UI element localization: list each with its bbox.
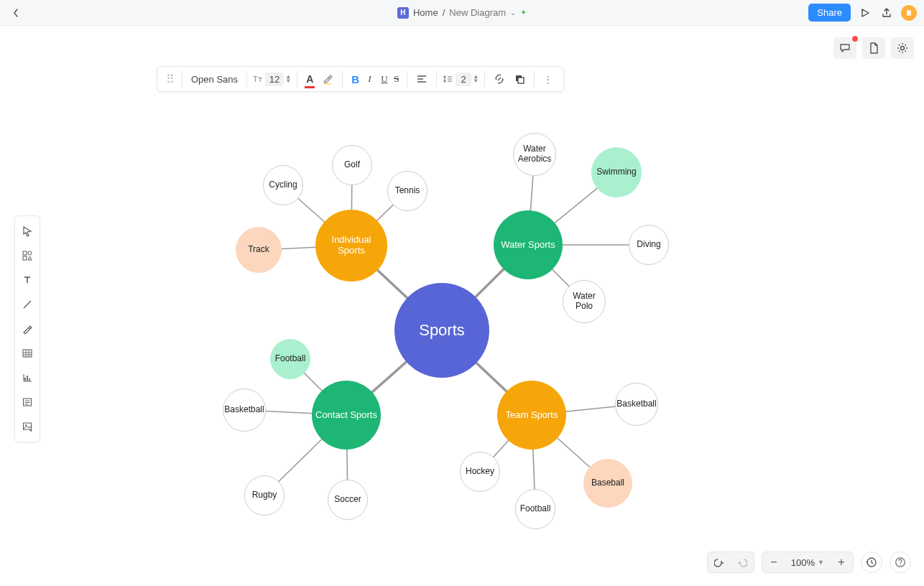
mindmap-node[interactable]: Soccer — [328, 480, 368, 520]
mindmap-node[interactable]: Individual Sports — [315, 210, 387, 282]
svg-point-34 — [900, 564, 901, 566]
zoom-group: − 100%▼ + — [762, 552, 854, 573]
breadcrumb-separator: / — [443, 7, 445, 18]
mindmap-node[interactable]: Track — [236, 227, 282, 273]
sync-status-icon: ✦ — [520, 8, 527, 17]
mindmap-node[interactable]: Water Sports — [494, 210, 563, 279]
back-button[interactable] — [7, 4, 24, 22]
document-name[interactable]: New Diagram — [449, 7, 506, 18]
mindmap-node[interactable]: Contact Sports — [312, 381, 381, 450]
mindmap-node[interactable]: Golf — [332, 145, 372, 185]
canvas[interactable]: GolfCyclingTennisTrackWater AerobicsSwim… — [0, 26, 924, 586]
chevron-down-icon[interactable]: ⌄ — [510, 9, 516, 17]
top-bar: H Home / New Diagram ⌄ ✦ Share — [0, 0, 924, 26]
redo-button[interactable] — [731, 552, 754, 572]
mindmap-node[interactable]: Hockey — [460, 452, 500, 492]
mindmap-node[interactable]: Baseball — [583, 459, 632, 508]
mindmap-node[interactable]: Swimming — [591, 147, 642, 197]
breadcrumb: H Home / New Diagram ⌄ ✦ — [397, 7, 527, 19]
zoom-out-button[interactable]: − — [762, 552, 785, 572]
mindmap-node[interactable]: Water Aerobics — [513, 133, 556, 176]
mindmap-node[interactable]: Tennis — [387, 171, 428, 211]
help-button[interactable] — [890, 552, 911, 573]
undo-redo-group — [707, 552, 754, 573]
mindmap-node[interactable]: Cycling — [263, 165, 303, 205]
present-icon[interactable] — [858, 6, 872, 20]
svg-rect-0 — [907, 10, 911, 16]
mindmap-node[interactable]: Team Sports — [497, 381, 566, 450]
mindmap-node[interactable]: Basketball — [223, 389, 266, 432]
mindmap-node[interactable]: Football — [515, 489, 555, 529]
mindmap-node[interactable]: Rugby — [244, 475, 285, 516]
zoom-level[interactable]: 100%▼ — [785, 557, 830, 568]
zoom-in-button[interactable]: + — [830, 552, 853, 572]
home-link[interactable]: Home — [413, 7, 438, 18]
app-badge: H — [397, 7, 409, 19]
user-avatar[interactable] — [901, 5, 917, 21]
footer-controls: − 100%▼ + — [707, 552, 911, 573]
mindmap-node[interactable]: Football — [270, 339, 310, 379]
history-button[interactable] — [861, 552, 882, 573]
mindmap-node[interactable]: Basketball — [615, 383, 658, 426]
share-button[interactable]: Share — [808, 4, 851, 22]
export-icon[interactable] — [879, 6, 894, 20]
mindmap-node[interactable]: Sports — [394, 283, 489, 378]
mindmap-node[interactable]: Diving — [629, 225, 669, 265]
mindmap-node[interactable]: Water Polo — [563, 280, 606, 323]
undo-button[interactable] — [708, 552, 731, 572]
